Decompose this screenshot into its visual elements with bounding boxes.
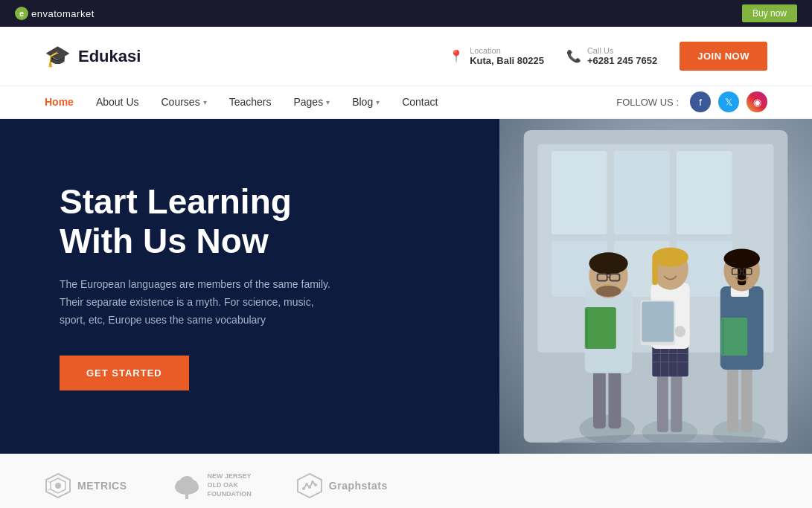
students-illustration (514, 130, 797, 443)
logo-text: Edukasi (78, 47, 141, 66)
header-contact: 📍 Location Kuta, Bali 80225 📞 Call Us +6… (449, 46, 657, 66)
location-contact: 📍 Location Kuta, Bali 80225 (449, 46, 544, 66)
instagram-icon[interactable]: ◉ (747, 91, 767, 112)
svg-rect-60 (185, 493, 188, 499)
njoof-label: NEW JERSEY OLD OAK FOUNDATION (208, 472, 252, 498)
envato-logo: e envatomarket (15, 7, 95, 20)
nav-links: Home About Us Courses ▾ Teachers Pages ▾… (45, 96, 438, 108)
logo-icon: 🎓 (45, 44, 71, 68)
nav-social: FOLLOW US : f 𝕏 ◉ (616, 91, 767, 112)
svg-rect-3 (614, 151, 670, 234)
svg-rect-9 (593, 366, 606, 428)
location-value: Kuta, Bali 80225 (470, 55, 544, 66)
svg-point-70 (314, 483, 317, 486)
brand-graphstats: Graphstats (296, 472, 388, 499)
nav-teachers[interactable]: Teachers (229, 96, 272, 108)
call-label: Call Us (587, 46, 657, 55)
phone-icon: 📞 (566, 49, 581, 63)
hero-section: Start Learning With Us Now The European … (0, 119, 812, 454)
svg-rect-10 (609, 366, 621, 428)
svg-point-67 (305, 483, 308, 486)
svg-point-69 (311, 480, 314, 483)
svg-rect-2 (552, 151, 607, 234)
svg-rect-38 (727, 366, 738, 432)
location-label: Location (470, 46, 544, 55)
join-now-button[interactable]: JOIN NOW (680, 42, 767, 71)
nav-contact[interactable]: Contact (402, 96, 438, 108)
hero-title: Start Learning With Us Now (60, 182, 342, 261)
svg-point-14 (596, 286, 621, 297)
facebook-icon[interactable]: f (690, 91, 711, 112)
svg-rect-49 (723, 319, 724, 355)
hero-photo-bg (499, 119, 812, 454)
graphstats-label: Graphstats (329, 480, 388, 492)
metrics-label: METRICS (77, 480, 127, 492)
nav-about-us[interactable]: About Us (96, 96, 139, 108)
call-value: +6281 245 7652 (587, 55, 657, 66)
svg-point-68 (308, 486, 311, 489)
brand-njoof: NEW JERSEY OLD OAK FOUNDATION (172, 472, 252, 499)
location-icon: 📍 (449, 49, 464, 63)
nav-home[interactable]: Home (45, 96, 74, 108)
brand-metrics: METRICS (45, 472, 127, 499)
top-bar: e envatomarket Buy now (0, 0, 812, 27)
graphstats-icon (296, 472, 323, 499)
svg-rect-39 (741, 366, 752, 432)
hero-content: Start Learning With Us Now The European … (0, 138, 387, 434)
metrics-icon (45, 472, 71, 499)
svg-rect-33 (642, 302, 674, 342)
follow-label: FOLLOW US : (616, 97, 679, 108)
hero-description: The European languages are members of th… (60, 276, 342, 329)
location-info: Location Kuta, Bali 80225 (470, 46, 544, 66)
svg-rect-4 (677, 151, 732, 234)
pages-dropdown-icon: ▾ (326, 98, 330, 106)
svg-point-53 (55, 483, 61, 489)
nav-pages[interactable]: Pages ▾ (293, 96, 330, 108)
svg-point-31 (674, 326, 685, 337)
nav-blog[interactable]: Blog ▾ (352, 96, 380, 108)
svg-rect-19 (586, 309, 588, 347)
brands-bar: METRICS NEW JERSEY OLD OAK FOUNDATION (0, 454, 812, 508)
hero-image (499, 119, 812, 454)
svg-rect-36 (652, 257, 657, 285)
envato-circle-icon: e (15, 7, 28, 20)
svg-point-13 (589, 252, 627, 274)
svg-point-66 (302, 487, 305, 490)
courses-dropdown-icon: ▾ (203, 98, 207, 106)
svg-rect-23 (652, 345, 688, 376)
phone-info: Call Us +6281 245 7652 (587, 46, 657, 66)
nav-courses[interactable]: Courses ▾ (162, 96, 207, 108)
phone-contact: 📞 Call Us +6281 245 7652 (566, 46, 657, 66)
njoof-icon (172, 472, 202, 499)
logo-area: 🎓 Edukasi (45, 44, 449, 68)
nav-bar: Home About Us Courses ▾ Teachers Pages ▾… (0, 86, 812, 119)
envato-logo-text: envatomarket (31, 8, 95, 19)
blog-dropdown-icon: ▾ (376, 98, 380, 106)
svg-point-59 (179, 476, 194, 489)
get-started-button[interactable]: GET STARTED (60, 356, 189, 390)
header: 🎓 Edukasi 📍 Location Kuta, Bali 80225 📞 … (0, 27, 812, 86)
svg-rect-48 (721, 318, 747, 356)
buy-now-button[interactable]: Buy now (742, 4, 797, 22)
svg-rect-18 (585, 307, 616, 349)
twitter-icon[interactable]: 𝕏 (718, 91, 739, 112)
